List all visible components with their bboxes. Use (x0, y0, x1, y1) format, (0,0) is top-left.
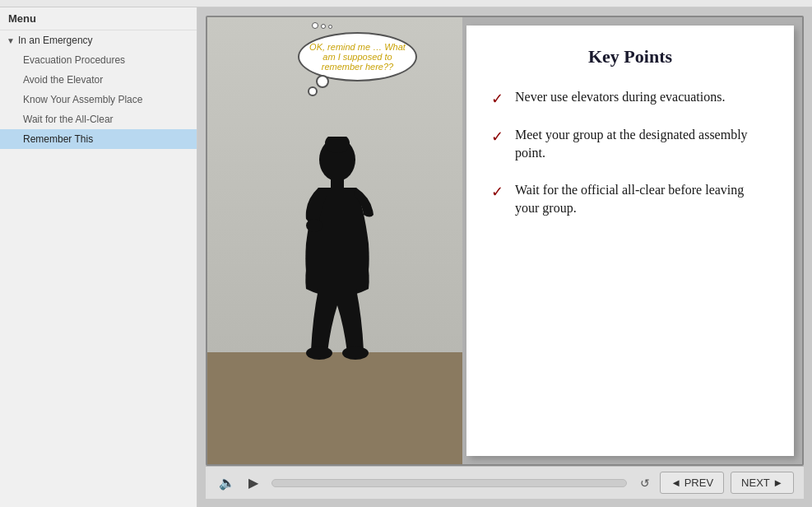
svg-rect-2 (331, 178, 344, 188)
sidebar-item-emergency[interactable]: ▼ In an Emergency (0, 30, 197, 50)
thought-bubble: OK, remind me … What am I supposed to re… (298, 32, 417, 81)
progress-bar[interactable] (271, 479, 627, 487)
scene-panel: OK, remind me … What am I supposed to re… (207, 17, 462, 464)
key-point-text-1: Never use elevators during evacuations. (515, 88, 725, 106)
slide-container: OK, remind me … What am I supposed to re… (206, 16, 804, 466)
svg-point-5 (342, 347, 369, 360)
expand-arrow-icon: ▼ (7, 36, 15, 45)
key-point-text-2: Meet your group at the designated assemb… (515, 126, 769, 163)
sidebar-item-assembly[interactable]: Know Your Assembly Place (0, 90, 197, 109)
sidebar-item-remember[interactable]: Remember This (0, 129, 197, 149)
checkmark-icon-1: ✓ (491, 90, 503, 108)
sidebar-parent-label: In an Emergency (18, 35, 93, 46)
bubble-dots (312, 22, 332, 29)
bubble-dot-3 (328, 25, 332, 29)
next-button[interactable]: NEXT ► (731, 472, 794, 494)
sidebar-header: Menu (0, 7, 197, 30)
content-area: OK, remind me … What am I supposed to re… (197, 7, 812, 507)
person-silhouette (281, 137, 388, 384)
key-point-item-1: ✓ Never use elevators during evacuations… (491, 88, 769, 108)
key-point-item-3: ✓ Wait for the official all-clear before… (491, 181, 769, 218)
replay-button[interactable]: ↺ (637, 475, 653, 491)
controls-bar: 🔈 ▶ ↺ ◄ PREV NEXT ► (206, 466, 804, 499)
key-point-text-3: Wait for the official all-clear before l… (515, 181, 769, 218)
play-button[interactable]: ▶ (245, 473, 262, 492)
volume-button[interactable]: 🔈 (216, 473, 239, 492)
checkmark-icon-3: ✓ (491, 183, 503, 201)
thought-bubble-text: OK, remind me … What am I supposed to re… (309, 42, 406, 72)
svg-point-3 (306, 219, 322, 232)
key-points-panel: Key Points ✓ Never use elevators during … (466, 26, 794, 456)
bubble-dot-2 (321, 24, 326, 29)
main-area: Menu ▼ In an Emergency Evacuation Proced… (0, 7, 812, 507)
bubble-dot-1 (312, 22, 318, 29)
sidebar-item-evacuation[interactable]: Evacuation Procedures (0, 50, 197, 70)
key-points-title: Key Points (491, 46, 769, 67)
sidebar: Menu ▼ In an Emergency Evacuation Proced… (0, 7, 197, 507)
svg-point-4 (306, 347, 332, 360)
sidebar-item-allclear[interactable]: Wait for the All-Clear (0, 109, 197, 129)
sidebar-item-elevator[interactable]: Avoid the Elevator (0, 70, 197, 90)
key-point-item-2: ✓ Meet your group at the designated asse… (491, 126, 769, 163)
top-bar (0, 0, 812, 7)
prev-button[interactable]: ◄ PREV (660, 472, 724, 494)
checkmark-icon-2: ✓ (491, 128, 503, 146)
